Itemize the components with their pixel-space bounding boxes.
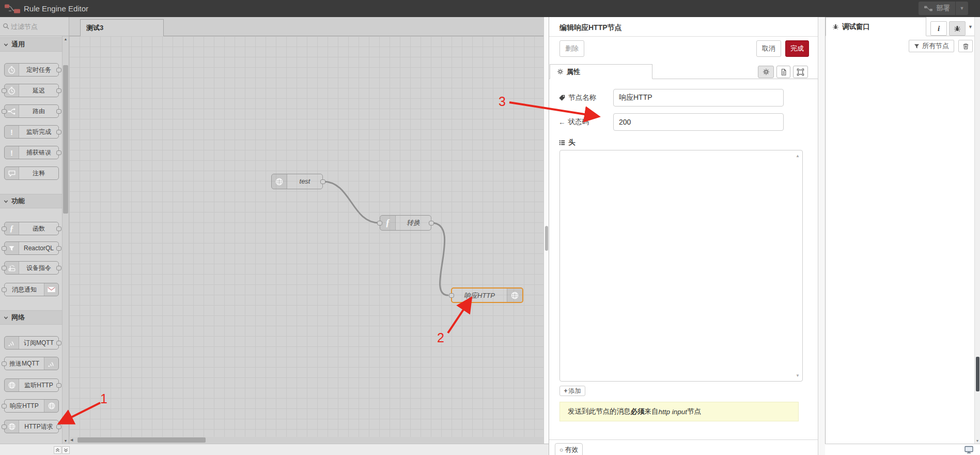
input-port[interactable] <box>2 88 7 93</box>
output-port[interactable] <box>56 341 61 345</box>
deploy-button[interactable]: 部署 <box>919 2 956 15</box>
headers-editable-list[interactable]: ▲ ▼ <box>559 150 803 382</box>
palette-category-network[interactable]: 网络 <box>0 310 62 325</box>
flow-canvas[interactable]: test ƒ 转换 响应HTTP <box>69 36 543 437</box>
node-name-input[interactable] <box>613 89 784 107</box>
collapse-palette-categories-button[interactable] <box>54 446 61 454</box>
scroll-up-arrow[interactable]: ▲ <box>796 154 800 158</box>
input-port[interactable] <box>377 221 382 225</box>
delete-button[interactable]: 删除 <box>559 40 584 57</box>
canvas-vertical-scrollbar[interactable] <box>543 17 549 444</box>
list-icon <box>558 139 566 146</box>
description-button[interactable] <box>776 66 790 78</box>
clear-debug-button[interactable] <box>958 40 973 52</box>
flow-node-http-response[interactable]: 响应HTTP <box>451 287 523 303</box>
palette-node-listen-complete[interactable]: ! 监听完成 <box>4 125 59 139</box>
input-port[interactable] <box>2 361 7 366</box>
output-port[interactable] <box>320 179 325 184</box>
deploy-icon <box>924 5 933 12</box>
output-port[interactable] <box>56 383 61 388</box>
info-button[interactable]: i <box>930 21 947 36</box>
tag-icon <box>558 94 566 101</box>
input-port[interactable] <box>2 287 7 292</box>
debug-toggle-button[interactable] <box>949 21 966 36</box>
exclamation-icon: ! <box>5 146 19 159</box>
input-port[interactable] <box>2 109 7 114</box>
scroll-up-arrow[interactable]: ▲ <box>63 37 69 41</box>
node-enabled-toggle[interactable]: ○有效 <box>555 443 583 455</box>
input-port[interactable] <box>2 266 7 270</box>
bug-icon <box>832 23 839 30</box>
output-port[interactable] <box>56 266 61 270</box>
palette-search-input[interactable] <box>11 19 63 34</box>
palette-node-mqtt-push[interactable]: 推送MQTT <box>4 357 59 370</box>
cancel-button[interactable]: 取消 <box>756 40 781 57</box>
workspace-region: 测试3 test ƒ 转换 <box>69 17 543 444</box>
palette-node-reactorql[interactable]: ReactorQL <box>4 241 59 255</box>
appearance-button[interactable] <box>793 66 808 78</box>
tab-properties[interactable]: 属性 <box>550 64 652 79</box>
scroll-left-arrow[interactable]: ◀ <box>70 437 73 443</box>
output-port[interactable] <box>56 246 61 251</box>
deploy-options-caret[interactable]: ▼ <box>956 6 968 11</box>
scroll-down-arrow[interactable]: ▼ <box>975 439 980 443</box>
input-port[interactable] <box>2 404 7 408</box>
scroll-down-arrow[interactable]: ▼ <box>796 373 800 378</box>
divider <box>549 439 818 440</box>
scroll-down-arrow[interactable]: ▼ <box>63 439 69 443</box>
output-port[interactable] <box>56 424 61 429</box>
output-port[interactable] <box>429 221 434 225</box>
palette-node-comment[interactable]: 注释 <box>4 166 59 180</box>
flow-tab[interactable]: 测试3 <box>80 19 164 36</box>
node-edit-panel: 编辑响应HTTP节点 删除 取消 完成 属性 节点名称 ← <box>549 17 818 455</box>
flow-node-transform[interactable]: ƒ 转换 <box>380 215 431 231</box>
add-header-button[interactable]: +添加 <box>559 386 585 396</box>
palette-node-catch-error[interactable]: ! 捕获错误 <box>4 146 59 159</box>
input-port[interactable] <box>2 424 7 429</box>
canvas-horizontal-scrollbar[interactable]: ◀ <box>69 437 543 443</box>
left-arrow-icon: ← <box>558 118 566 126</box>
done-button[interactable]: 完成 <box>785 40 809 57</box>
output-port[interactable] <box>56 68 61 72</box>
palette-category-function[interactable]: 功能 <box>0 194 62 208</box>
canvas-hscroll-thumb[interactable] <box>77 437 206 443</box>
tab-debug-window[interactable]: 调试窗口 <box>826 17 926 36</box>
timer-icon <box>5 64 19 76</box>
flow-node-test[interactable]: test <box>271 174 323 189</box>
page-scrollbar[interactable]: ▼ <box>974 17 980 444</box>
status-code-input[interactable] <box>613 113 784 131</box>
output-port[interactable] <box>56 226 61 231</box>
input-port[interactable] <box>2 226 7 231</box>
output-port[interactable] <box>56 130 61 134</box>
palette-node-message-notify[interactable]: 消息通知 <box>4 283 59 296</box>
expand-palette-categories-button[interactable] <box>62 446 70 454</box>
canvas-vscroll-thumb[interactable] <box>545 226 548 251</box>
input-port[interactable] <box>449 293 454 298</box>
output-port[interactable] <box>56 88 61 93</box>
page-scrollbar-thumb[interactable] <box>976 357 979 391</box>
input-port[interactable] <box>2 246 7 251</box>
palette-scrollbar[interactable]: ▲ ▼ <box>62 36 69 444</box>
palette-node-timer-task[interactable]: 定时任务 <box>4 63 59 77</box>
palette-node-mqtt-subscribe[interactable]: 订阅MQTT <box>4 336 59 350</box>
properties-settings-button[interactable] <box>758 66 774 78</box>
palette-node-function[interactable]: ƒ 函数 <box>4 222 59 235</box>
palette-node-delay[interactable]: 延迟 <box>4 84 59 97</box>
broadcast-waves-icon <box>5 337 19 349</box>
output-port[interactable] <box>56 109 61 114</box>
double-chevron-down-icon <box>64 448 68 452</box>
deploy-label: 部署 <box>937 4 950 13</box>
palette-node-device-command[interactable]: 设备指令 <box>4 261 59 275</box>
palette-node-http-request[interactable]: HTTP请求 <box>4 420 59 433</box>
palette-node-http-response[interactable]: 响应HTTP <box>4 399 59 413</box>
palette-category-common[interactable]: 通用 <box>0 37 62 52</box>
open-in-window-button[interactable] <box>964 446 974 455</box>
debug-filter-button[interactable]: 所有节点 <box>909 40 954 52</box>
debug-tabrow: 调试窗口 i ▼ <box>826 17 974 36</box>
palette-node-route[interactable]: 路由 <box>4 104 59 118</box>
status-code-label: ← 状态码 <box>558 113 589 131</box>
palette-scrollbar-thumb[interactable] <box>63 65 68 214</box>
palette-node-http-listen[interactable]: 监听HTTP <box>4 378 59 392</box>
output-port[interactable] <box>56 150 61 155</box>
sidebar-options-caret[interactable]: ▼ <box>968 24 973 29</box>
